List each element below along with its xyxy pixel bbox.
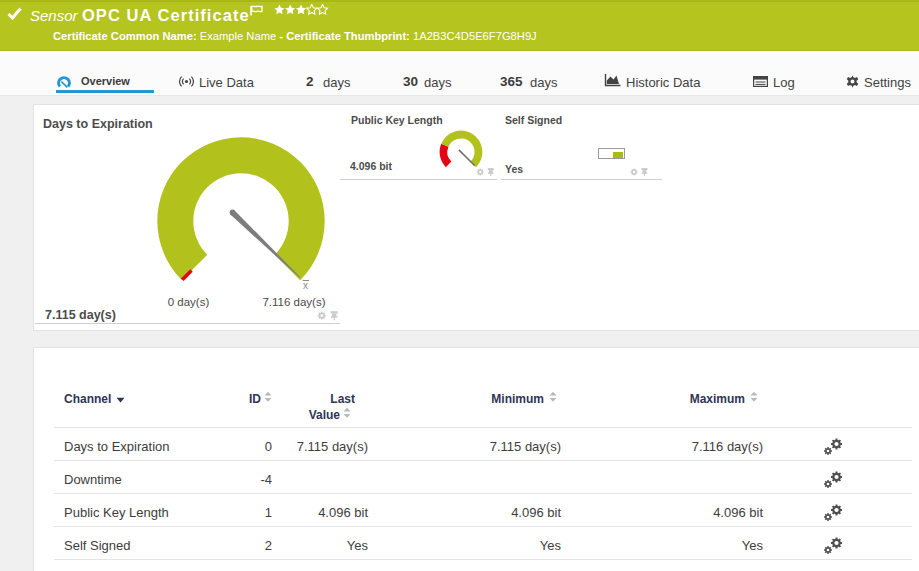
svg-text:x: x xyxy=(303,280,308,291)
